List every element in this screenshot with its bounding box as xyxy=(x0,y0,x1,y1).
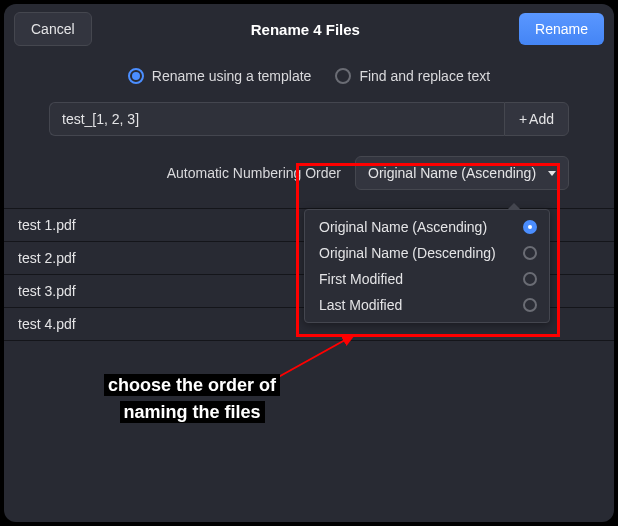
radio-icon xyxy=(523,298,537,312)
dialog-title: Rename 4 Files xyxy=(251,21,360,38)
radio-icon xyxy=(128,68,144,84)
mode-findreplace-label: Find and replace text xyxy=(359,68,490,84)
menu-item-label: Last Modified xyxy=(319,297,402,313)
menu-item-original-desc[interactable]: Original Name (Descending) xyxy=(305,240,549,266)
dropdown-selected-label: Original Name (Ascending) xyxy=(368,165,536,181)
numbering-order-menu: Original Name (Ascending) Original Name … xyxy=(304,209,550,323)
template-input[interactable] xyxy=(49,102,504,136)
annotation-line: choose the order of xyxy=(104,374,280,396)
chevron-down-icon xyxy=(548,171,556,176)
add-label: Add xyxy=(529,111,554,127)
radio-icon xyxy=(523,246,537,260)
cancel-button[interactable]: Cancel xyxy=(14,12,92,46)
numbering-order-label: Automatic Numbering Order xyxy=(167,165,341,181)
rename-dialog: Cancel Rename 4 Files Rename Rename usin… xyxy=(4,4,614,522)
mode-radio-group: Rename using a template Find and replace… xyxy=(4,54,614,102)
plus-icon: + xyxy=(519,111,527,127)
annotation-text: choose the order of naming the files xyxy=(104,372,280,426)
annotation-line: naming the files xyxy=(120,401,265,423)
menu-item-label: First Modified xyxy=(319,271,403,287)
mode-template-label: Rename using a template xyxy=(152,68,312,84)
template-input-row: +Add xyxy=(49,102,569,136)
numbering-order-row: Automatic Numbering Order Original Name … xyxy=(49,156,569,190)
rename-button[interactable]: Rename xyxy=(519,13,604,45)
numbering-order-dropdown[interactable]: Original Name (Ascending) xyxy=(355,156,569,190)
mode-template-radio[interactable]: Rename using a template xyxy=(128,68,312,84)
menu-item-original-asc[interactable]: Original Name (Ascending) xyxy=(305,214,549,240)
menu-item-first-modified[interactable]: First Modified xyxy=(305,266,549,292)
radio-icon xyxy=(523,220,537,234)
menu-item-label: Original Name (Descending) xyxy=(319,245,496,261)
titlebar: Cancel Rename 4 Files Rename xyxy=(4,4,614,54)
menu-item-label: Original Name (Ascending) xyxy=(319,219,487,235)
menu-item-last-modified[interactable]: Last Modified xyxy=(305,292,549,318)
radio-icon xyxy=(523,272,537,286)
radio-icon xyxy=(335,68,351,84)
mode-findreplace-radio[interactable]: Find and replace text xyxy=(335,68,490,84)
add-button[interactable]: +Add xyxy=(504,102,569,136)
